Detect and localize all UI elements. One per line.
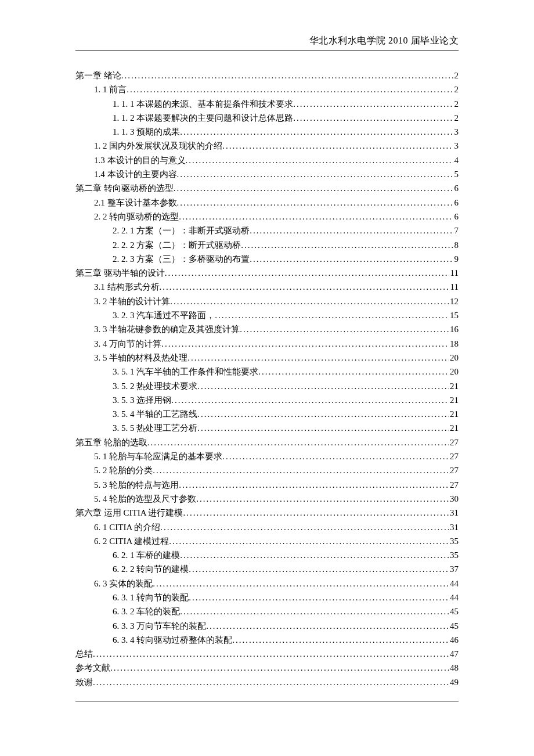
toc-entry[interactable]: 1. 2 国内外发展状况及现状的介绍3 bbox=[75, 139, 459, 153]
toc-entry[interactable]: 致谢49 bbox=[75, 675, 459, 689]
toc-entry-page: 11 bbox=[449, 266, 459, 280]
toc-entry[interactable]: 2. 2. 2 方案（二）：断开式驱动桥8 bbox=[75, 238, 459, 252]
toc-entry[interactable]: 6. 3. 2 车轮的装配45 bbox=[75, 604, 459, 618]
toc-entry[interactable]: 2. 2 转向驱动桥的选型6 bbox=[75, 210, 459, 224]
toc-entry[interactable]: 1. 1 前言2 bbox=[75, 82, 459, 96]
toc-leader-dots bbox=[177, 196, 453, 210]
toc-entry-page: 21 bbox=[449, 379, 459, 393]
toc-entry-label: 1. 1. 3 预期的成果 bbox=[113, 125, 180, 139]
toc-entry[interactable]: 3. 5. 4 半轴的工艺路线21 bbox=[75, 407, 459, 421]
toc-entry[interactable]: 6. 2. 1 车桥的建模35 bbox=[75, 548, 459, 562]
toc-leader-dots bbox=[197, 379, 449, 393]
toc-entry[interactable]: 6. 1 CITIA 的介绍31 bbox=[75, 520, 459, 534]
toc-leader-dots bbox=[293, 111, 453, 125]
toc-entry[interactable]: 1. 1. 1 本课题的来源、基本前提条件和技术要求2 bbox=[75, 97, 459, 111]
toc-leader-dots bbox=[110, 661, 449, 675]
toc-entry-page: 49 bbox=[449, 675, 459, 689]
toc-entry-label: 6. 1 CITIA 的介绍 bbox=[94, 520, 160, 534]
toc-entry-label: 1. 1 前言 bbox=[94, 82, 127, 96]
toc-entry-label: 第六章 运用 CITIA 进行建模 bbox=[75, 506, 183, 520]
toc-entry-page: 2 bbox=[453, 69, 459, 82]
toc-entry[interactable]: 3. 5. 5 热处理工艺分析21 bbox=[75, 421, 459, 435]
toc-entry[interactable]: 第二章 转向驱动桥的选型6 bbox=[75, 181, 459, 195]
toc-entry-page: 21 bbox=[449, 407, 459, 421]
toc-entry-page: 18 bbox=[449, 337, 459, 351]
toc-entry-page: 4 bbox=[453, 153, 459, 167]
toc-entry[interactable]: 5. 2 轮胎的分类27 bbox=[75, 463, 459, 477]
toc-entry-page: 2 bbox=[453, 82, 459, 96]
toc-entry-label: 3. 5. 2 热处理技术要求 bbox=[113, 379, 197, 393]
toc-entry[interactable]: 1. 1. 2 本课题要解决的主要问题和设计总体思路2 bbox=[75, 111, 459, 125]
toc-entry-page: 30 bbox=[449, 492, 459, 506]
toc-entry-page: 21 bbox=[449, 393, 459, 407]
toc-entry-page: 27 bbox=[449, 463, 459, 477]
toc-entry[interactable]: 1.4 本设计的主要内容5 bbox=[75, 167, 459, 181]
toc-entry-label: 3. 5. 4 半轴的工艺路线 bbox=[113, 407, 197, 421]
toc-entry-label: 6. 3. 3 万向节车轮的装配 bbox=[113, 619, 206, 633]
toc-entry[interactable]: 3. 5. 1 汽车半轴的工作条件和性能要求20 bbox=[75, 365, 459, 379]
toc-entry-page: 45 bbox=[449, 619, 459, 633]
toc-entry-page: 31 bbox=[449, 506, 459, 520]
toc-entry[interactable]: 3. 2 半轴的设计计算12 bbox=[75, 294, 459, 308]
toc-entry[interactable]: 参考文献48 bbox=[75, 661, 459, 675]
toc-entry-page: 2 bbox=[453, 97, 459, 111]
toc-entry[interactable]: 3. 5. 2 热处理技术要求21 bbox=[75, 379, 459, 393]
toc-leader-dots bbox=[215, 308, 449, 322]
toc-leader-dots bbox=[180, 548, 449, 562]
toc-leader-dots bbox=[222, 449, 449, 463]
toc-entry-label: 1. 1. 1 本课题的来源、基本前提条件和技术要求 bbox=[113, 97, 293, 111]
toc-entry[interactable]: 2. 2. 1 方案（一）：非断开式驱动桥7 bbox=[75, 224, 459, 237]
toc-entry-label: 1. 2 国内外发展状况及现状的介绍 bbox=[94, 139, 222, 153]
toc-entry[interactable]: 总结47 bbox=[75, 647, 459, 661]
toc-entry[interactable]: 1. 1. 3 预期的成果3 bbox=[75, 125, 459, 139]
toc-entry-label: 5. 2 轮胎的分类 bbox=[94, 463, 153, 477]
toc-entry-label: 5. 4 轮胎的选型及尺寸参数 bbox=[94, 492, 196, 506]
toc-entry-label: 6. 3. 4 转向驱动过桥整体的装配 bbox=[113, 633, 232, 647]
toc-leader-dots bbox=[232, 633, 449, 647]
toc-entry-label: 6. 3. 1 转向节的装配 bbox=[113, 591, 189, 604]
toc-entry[interactable]: 3. 3 半轴花键参数的确定及其强度计算16 bbox=[75, 322, 459, 336]
toc-entry-label: 6. 3. 2 车轮的装配 bbox=[113, 604, 180, 618]
toc-entry-label: 2. 2. 3 方案（三）：多桥驱动的布置 bbox=[113, 252, 250, 266]
toc-entry[interactable]: 3. 2. 3 汽车通过不平路面，15 bbox=[75, 308, 459, 322]
toc-entry-page: 44 bbox=[449, 577, 459, 591]
toc-entry[interactable]: 第五章 轮胎的选取27 bbox=[75, 435, 459, 449]
toc-leader-dots bbox=[127, 82, 453, 96]
toc-entry-label: 6. 2 CITIA 建模过程 bbox=[94, 534, 169, 548]
toc-entry-page: 8 bbox=[453, 238, 459, 252]
toc-entry[interactable]: 6. 3 实体的装配44 bbox=[75, 577, 459, 591]
toc-leader-dots bbox=[161, 337, 449, 351]
toc-entry[interactable]: 2.1 整车设计基本参数6 bbox=[75, 196, 459, 210]
toc-entry-label: 5. 3 轮胎的特点与选用 bbox=[94, 478, 179, 492]
toc-entry[interactable]: 1.3 本设计的目的与意义4 bbox=[75, 153, 459, 167]
toc-entry[interactable]: 5. 1 轮胎与车轮应满足的基本要求27 bbox=[75, 449, 459, 463]
toc-entry-label: 1.3 本设计的目的与意义 bbox=[94, 153, 186, 167]
toc-leader-dots bbox=[179, 478, 449, 492]
toc-entry[interactable]: 第三章 驱动半轴的设计11 bbox=[75, 266, 459, 280]
toc-leader-dots bbox=[153, 463, 449, 477]
toc-entry[interactable]: 6. 3. 1 转向节的装配44 bbox=[75, 591, 459, 604]
toc-entry[interactable]: 5. 3 轮胎的特点与选用27 bbox=[75, 478, 459, 492]
toc-entry[interactable]: 3. 4 万向节的计算18 bbox=[75, 337, 459, 351]
toc-leader-dots bbox=[165, 266, 449, 280]
toc-entry[interactable]: 6. 3. 3 万向节车轮的装配45 bbox=[75, 619, 459, 633]
toc-entry[interactable]: 2. 2. 3 方案（三）：多桥驱动的布置9 bbox=[75, 252, 459, 266]
toc-entry-page: 27 bbox=[449, 478, 459, 492]
toc-entry-label: 2. 2. 1 方案（一）：非断开式驱动桥 bbox=[113, 224, 250, 237]
toc-leader-dots bbox=[187, 351, 449, 365]
toc-entry-page: 3 bbox=[453, 139, 459, 153]
toc-entry[interactable]: 3. 5 半轴的材料及热处理20 bbox=[75, 351, 459, 365]
toc-entry-label: 第五章 轮胎的选取 bbox=[75, 435, 147, 449]
toc-entry[interactable]: 第六章 运用 CITIA 进行建模31 bbox=[75, 506, 459, 520]
toc-entry[interactable]: 3. 5. 3 选择用钢21 bbox=[75, 393, 459, 407]
toc-leader-dots bbox=[160, 280, 449, 294]
toc-entry[interactable]: 3.1 结构形式分析11 bbox=[75, 280, 459, 294]
toc-entry[interactable]: 6. 2 CITIA 建模过程35 bbox=[75, 534, 459, 548]
toc-entry-page: 37 bbox=[449, 562, 459, 576]
toc-entry[interactable]: 6. 2. 2 转向节的建模37 bbox=[75, 562, 459, 576]
toc-entry-label: 参考文献 bbox=[75, 661, 110, 675]
toc-entry-page: 9 bbox=[453, 252, 459, 266]
toc-entry[interactable]: 第一章 绪论2 bbox=[75, 69, 459, 82]
toc-entry[interactable]: 6. 3. 4 转向驱动过桥整体的装配46 bbox=[75, 633, 459, 647]
toc-entry[interactable]: 5. 4 轮胎的选型及尺寸参数30 bbox=[75, 492, 459, 506]
